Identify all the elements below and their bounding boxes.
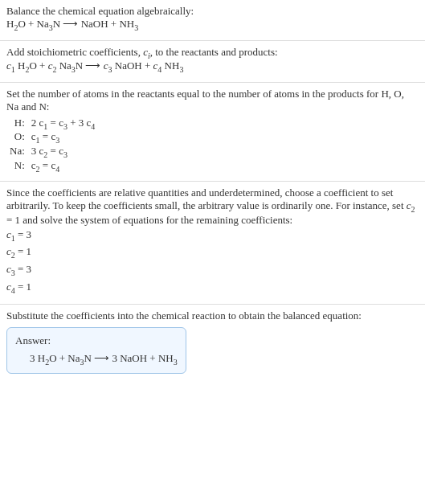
element-label: N: — [6, 159, 28, 174]
txt: N ⟶ NaOH + NH — [53, 18, 134, 30]
txt: H — [6, 18, 14, 30]
section-problem: Balance the chemical equation algebraica… — [0, 0, 425, 41]
unbalanced-equation: H2O + Na3N ⟶ NaOH + NH3 — [6, 18, 419, 32]
val: = 3 — [15, 263, 31, 275]
coeff-value: c3 = 3 — [6, 261, 419, 279]
txt: = c — [47, 145, 63, 157]
coeff-intro: Add stoichiometric coefficients, ci, to … — [6, 46, 419, 60]
atom-balance-table: H: 2 c1 = c3 + 3 c4 O: c1 = c3 Na: 3 c2 … — [6, 117, 98, 173]
txt: N ⟶ — [76, 59, 104, 72]
coeff-value: c2 = 1 — [6, 244, 419, 261]
txt: NaOH + — [112, 59, 153, 72]
sub: 3 — [55, 136, 59, 145]
element-label: H: — [6, 117, 28, 131]
val: = 1 — [15, 281, 31, 293]
section-atom-balance: Set the number of atoms in the reactants… — [0, 83, 425, 182]
txt: O + Na — [18, 18, 48, 30]
txt: 3 H — [30, 352, 45, 364]
atom-equation: c2 = c4 — [28, 159, 99, 174]
table-row: Na: 3 c2 = c3 — [6, 145, 98, 159]
sub: 4 — [91, 121, 95, 130]
val: = 1 — [15, 245, 31, 257]
coeff-value: c1 = 3 — [6, 227, 419, 244]
val: = 3 — [15, 228, 31, 240]
txt: = 1 and solve the system of equations fo… — [6, 214, 292, 226]
section-coefficients: Add stoichiometric coefficients, ci, to … — [0, 41, 425, 83]
sub: 3 — [63, 150, 67, 159]
balanced-equation: 3 H2O + Na3N ⟶ 3 NaOH + NH3 — [15, 352, 178, 367]
element-label: Na: — [6, 145, 28, 159]
txt: O + Na — [49, 352, 80, 364]
txt: = c — [40, 130, 56, 142]
equation-with-coeffs: c1 H2O + c2 Na3N ⟶ c3 NaOH + c4 NH3 — [6, 59, 419, 74]
answer-intro: Substitute the coefficients into the che… — [6, 309, 419, 322]
txt: Na — [56, 59, 71, 72]
coeff-value: c4 = 1 — [6, 279, 419, 297]
atom-balance-intro: Set the number of atoms in the reactants… — [6, 88, 419, 113]
txt: , to the reactants and products: — [150, 46, 278, 58]
atom-equation: c1 = c3 — [28, 130, 99, 145]
sub: 2 — [411, 205, 415, 214]
sub: 3 — [134, 23, 138, 32]
answer-box: Answer: 3 H2O + Na3N ⟶ 3 NaOH + NH3 — [6, 327, 186, 374]
atom-equation: 3 c2 = c3 — [28, 145, 99, 159]
txt: = c — [47, 117, 63, 129]
txt: NH — [161, 59, 179, 72]
sub: 4 — [55, 164, 59, 173]
txt: H — [15, 59, 26, 72]
atom-equation: 2 c1 = c3 + 3 c4 — [28, 117, 99, 131]
txt: = c — [40, 159, 56, 171]
txt: O + — [29, 59, 47, 72]
txt: Since the coefficients are relative quan… — [6, 186, 407, 211]
section-solve: Since the coefficients are relative quan… — [0, 182, 425, 305]
table-row: H: 2 c1 = c3 + 3 c4 — [6, 117, 98, 131]
txt: Add stoichiometric coefficients, — [6, 46, 143, 58]
section-answer: Substitute the coefficients into the che… — [0, 305, 425, 382]
txt: + 3 c — [67, 117, 91, 129]
txt: N ⟶ 3 NaOH + NH — [84, 352, 174, 364]
table-row: O: c1 = c3 — [6, 130, 98, 145]
txt: 3 c — [31, 145, 44, 157]
txt: 2 c — [31, 117, 44, 129]
solve-intro: Since the coefficients are relative quan… — [6, 186, 419, 227]
sub: 3 — [179, 65, 183, 74]
element-label: O: — [6, 130, 28, 145]
sub: 3 — [174, 358, 178, 367]
problem-statement: Balance the chemical equation algebraica… — [6, 5, 419, 18]
answer-label: Answer: — [15, 334, 178, 347]
table-row: N: c2 = c4 — [6, 159, 98, 174]
